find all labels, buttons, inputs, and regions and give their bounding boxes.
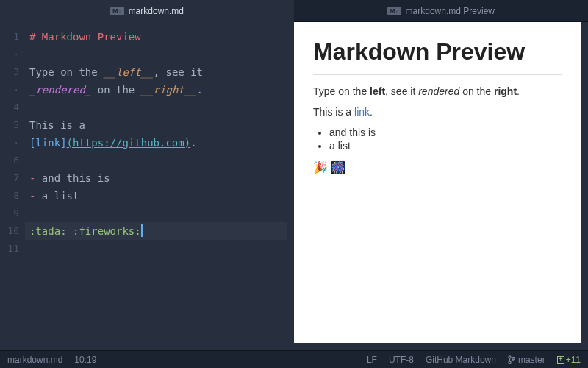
status-bar: markdown.md 10:19 LF UTF-8 GitHub Markdo… [0,350,588,368]
editor-pane[interactable]: 1·3 ·45 ·67 8910 11 # Markdown Preview T… [0,22,287,350]
status-git-diff[interactable]: +11 [557,355,581,365]
markdown-badge-icon: M↓ [387,7,401,15]
preview-list: and this is a list [329,127,562,152]
tab-preview-label: markdown.md Preview [406,6,495,16]
tab-bar: M↓ markdown.md M↓ markdown.md Preview [0,0,588,22]
preview-document[interactable]: Markdown Preview Type on the left, see i… [294,22,581,343]
split-container: 1·3 ·45 ·67 8910 11 # Markdown Preview T… [0,22,588,350]
status-line-ending[interactable]: LF [367,355,377,365]
tab-preview[interactable]: M↓ markdown.md Preview [294,0,588,22]
status-file[interactable]: markdown.md [7,355,62,365]
svg-point-2 [512,357,514,359]
preview-paragraph: Type on the left, see it rendered on the… [313,85,562,97]
status-cursor-position[interactable]: 10:19 [74,355,96,365]
status-encoding[interactable]: UTF-8 [389,355,414,365]
preview-pane: Markdown Preview Type on the left, see i… [287,22,588,350]
list-item: a list [329,140,562,152]
markdown-badge-icon: M↓ [110,7,124,15]
svg-point-0 [509,356,511,358]
list-item: and this is [329,127,562,138]
svg-point-1 [509,361,511,364]
preview-emoji: 🎉 🎆 [313,160,562,174]
git-branch-icon [508,355,515,364]
tab-editor-label: markdown.md [129,6,184,16]
line-gutter: 1·3 ·45 ·67 8910 11 [0,22,25,350]
diff-add-icon [557,356,564,364]
preview-link[interactable]: link [354,106,370,118]
code-area[interactable]: # Markdown Preview Type on the __left__,… [25,22,287,350]
status-git-branch[interactable]: master [508,355,545,365]
preview-paragraph: This is a link. [313,106,562,118]
preview-heading: Markdown Preview [313,38,562,75]
text-cursor [141,224,143,237]
status-grammar[interactable]: GitHub Markdown [426,355,496,365]
tab-editor[interactable]: M↓ markdown.md [0,0,294,22]
